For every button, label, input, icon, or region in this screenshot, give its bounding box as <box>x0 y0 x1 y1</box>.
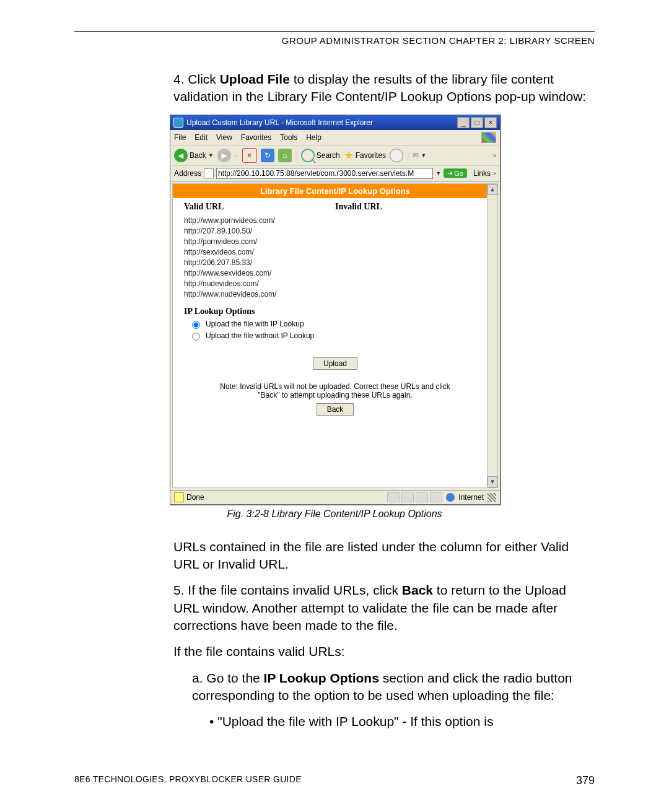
resize-grip[interactable] <box>488 493 496 502</box>
close-button[interactable]: × <box>484 117 497 128</box>
menu-favorites[interactable]: Favorites <box>241 133 271 142</box>
url-item: http://www.sexvideos.com/ <box>184 269 486 277</box>
menubar: File Edit View Favorites Tools Help <box>170 130 500 146</box>
done-icon <box>174 492 184 502</box>
url-item: http://206.207.85.33/ <box>184 258 486 267</box>
url-item: http://nudevideos.com/ <box>184 279 486 288</box>
address-dropdown[interactable]: ▼ <box>435 170 441 177</box>
note-text: Note: Invalid URLs will not be uploaded.… <box>173 382 497 399</box>
step-4: 4. Click Upload File to display the resu… <box>173 71 595 106</box>
windows-flag-icon <box>481 132 496 143</box>
go-button[interactable]: ➔Go <box>444 168 467 178</box>
stop-button[interactable]: × <box>242 148 257 163</box>
page-number: 379 <box>576 774 595 787</box>
footer-left: 8E6 TECHNOLOGIES, PROXYBLOCKER USER GUID… <box>74 774 302 784</box>
menu-edit[interactable]: Edit <box>195 133 208 142</box>
menu-file[interactable]: File <box>174 133 186 142</box>
col-invalid: Invalid URL <box>335 202 486 212</box>
url-item: http://sexvideos.com/ <box>184 248 486 256</box>
section-header: Library File Content/IP Lookup Options <box>173 184 497 198</box>
upload-button[interactable]: Upload <box>313 357 357 370</box>
url-item: http://pornvideos.com/ <box>184 237 486 246</box>
radio-with-lookup[interactable] <box>192 321 200 329</box>
page-header: GROUP ADMINISTRATOR SECTION CHAPTER 2: L… <box>74 35 595 46</box>
mail-button[interactable]: ✉▼ <box>413 151 426 160</box>
url-item: http://www.nudevideos.com/ <box>184 290 486 299</box>
page-icon <box>204 168 214 178</box>
address-label: Address <box>174 169 201 178</box>
url-list: http://www.pornvideos.com/ http://207.89… <box>173 212 497 303</box>
if-valid: If the file contains valid URLs: <box>173 643 595 660</box>
links-label[interactable]: Links <box>473 169 491 178</box>
address-input[interactable] <box>216 168 433 179</box>
search-button[interactable]: Search <box>301 149 340 162</box>
paragraph-urls: URLs contained in the file are listed un… <box>173 538 595 574</box>
history-button[interactable] <box>390 149 403 162</box>
menu-tools[interactable]: Tools <box>280 133 297 142</box>
screenshot: Upload Custom Library URL - Microsoft In… <box>170 115 501 505</box>
home-button[interactable]: ⌂ <box>278 149 292 162</box>
maximize-button[interactable]: □ <box>471 117 483 128</box>
minimize-button[interactable]: _ <box>457 117 470 128</box>
search-icon <box>301 149 315 162</box>
address-bar: Address ▼ ➔Go Links » <box>170 166 500 181</box>
step-5: 5. If the file contains invalid URLs, cl… <box>173 582 595 634</box>
status-bar: Done Internet <box>170 490 500 504</box>
content-area: ▲ ▼ Library File Content/IP Lookup Optio… <box>172 183 498 488</box>
ie-icon <box>173 118 183 128</box>
internet-icon <box>446 493 455 502</box>
url-item: http://207.89.100.50/ <box>184 227 486 235</box>
forward-button[interactable]: ► <box>217 149 231 162</box>
menu-view[interactable]: View <box>216 133 232 142</box>
sub-a: a. Go to the IP Lookup Options section a… <box>192 670 595 705</box>
back-button-form[interactable]: Back <box>317 403 354 416</box>
ip-lookup-heading: IP Lookup Options <box>184 307 486 317</box>
url-item: http://www.pornvideos.com/ <box>184 216 486 225</box>
bullet-1: • "Upload the file with IP Lookup" - If … <box>209 713 595 730</box>
figure-caption: Fig. 3:2-8 Library File Content/IP Looku… <box>170 509 499 520</box>
toolbar: ◄Back▼ ► - × ↻ ⌂ | Search ★Favorites | ✉… <box>170 146 500 166</box>
back-button[interactable]: ◄Back▼ <box>174 149 214 162</box>
menu-help[interactable]: Help <box>306 133 321 142</box>
col-valid: Valid URL <box>184 202 335 212</box>
refresh-button[interactable]: ↻ <box>261 149 274 162</box>
star-icon: ★ <box>344 149 354 162</box>
window-titlebar: Upload Custom Library URL - Microsoft In… <box>170 115 500 130</box>
favorites-button[interactable]: ★Favorites <box>344 149 386 162</box>
radio-without-lookup[interactable] <box>192 333 200 341</box>
scrollbar[interactable]: ▲ ▼ <box>487 184 497 487</box>
